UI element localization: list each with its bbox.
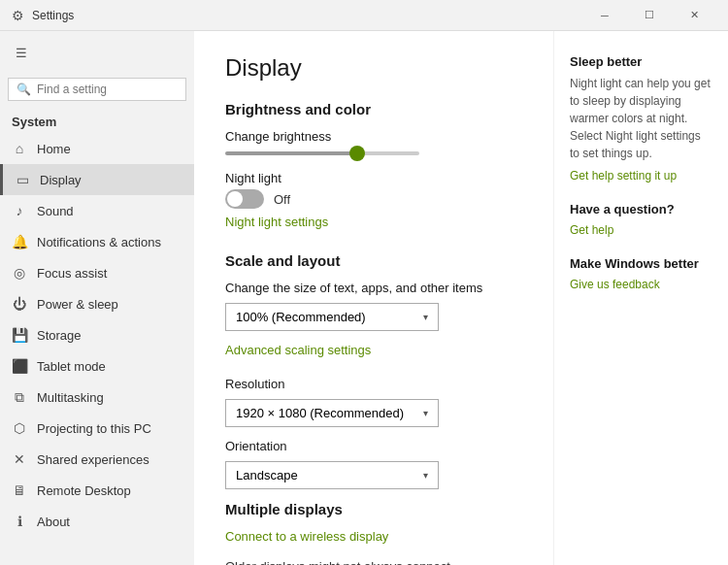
- sidebar-item-notifications-label: Notifications & actions: [37, 235, 161, 249]
- sidebar-item-shared-label: Shared experiences: [37, 452, 149, 467]
- hamburger-button[interactable]: ☰: [0, 31, 43, 74]
- minimize-button[interactable]: ─: [582, 0, 627, 31]
- night-light-toggle-row: Off: [225, 189, 522, 209]
- search-box[interactable]: 🔍: [8, 78, 186, 101]
- resolution-value: 1920 × 1080 (Recommended): [236, 406, 404, 420]
- sidebar-item-multitasking[interactable]: ⧉ Multitasking: [0, 382, 194, 413]
- sidebar-item-tablet-label: Tablet mode: [37, 359, 106, 374]
- night-light-toggle[interactable]: [225, 189, 264, 209]
- about-icon: ℹ: [12, 514, 27, 529]
- storage-icon: 💾: [12, 327, 27, 343]
- sleep-link[interactable]: Get help setting it up: [570, 169, 677, 183]
- older-displays-desc: Older displays might not always connect …: [225, 559, 522, 565]
- home-icon: ⌂: [12, 141, 27, 156]
- orientation-dropdown[interactable]: Landscape ▾: [225, 461, 439, 489]
- resolution-label: Resolution: [225, 377, 522, 391]
- sidebar-item-home-label: Home: [37, 142, 71, 156]
- question-link[interactable]: Get help: [570, 223, 613, 237]
- night-light-label: Night light: [225, 171, 281, 185]
- night-light-row: Night light: [225, 171, 522, 185]
- scale-dropdown[interactable]: 100% (Recommended) ▾: [225, 303, 439, 331]
- power-icon: ⏻: [12, 296, 27, 312]
- sidebar-item-storage-label: Storage: [37, 328, 82, 343]
- page-title: Display: [225, 54, 522, 82]
- sidebar-item-remote[interactable]: 🖥 Remote Desktop: [0, 475, 194, 506]
- search-icon: 🔍: [17, 83, 31, 96]
- scale-dropdown-arrow: ▾: [423, 312, 428, 322]
- right-panel: Sleep better Night light can help you ge…: [553, 31, 728, 565]
- sidebar-item-focus-label: Focus assist: [37, 266, 107, 281]
- sidebar-item-display-label: Display: [40, 173, 82, 187]
- tablet-icon: ⬛: [12, 358, 27, 374]
- titlebar: ⚙ Settings ─ ☐ ✕: [0, 0, 728, 31]
- orientation-value: Landscape: [236, 468, 298, 482]
- sidebar-item-sound[interactable]: ♪ Sound: [0, 195, 194, 226]
- sleep-desc: Night light can help you get to sleep by…: [570, 75, 712, 162]
- sidebar-item-power-label: Power & sleep: [37, 297, 118, 312]
- sidebar-item-about-label: About: [37, 515, 70, 529]
- sidebar-item-about[interactable]: ℹ About: [0, 506, 194, 537]
- titlebar-left: ⚙ Settings: [12, 8, 74, 23]
- shared-icon: ✕: [12, 451, 27, 467]
- close-button[interactable]: ✕: [672, 0, 716, 31]
- toggle-thumb: [227, 191, 243, 207]
- windows-title: Make Windows better: [570, 256, 712, 271]
- sleep-title: Sleep better: [570, 54, 712, 69]
- resolution-dropdown[interactable]: 1920 × 1080 (Recommended) ▾: [225, 399, 439, 427]
- sidebar-item-shared[interactable]: ✕ Shared experiences: [0, 444, 194, 475]
- brightness-slider[interactable]: [225, 151, 419, 155]
- brightness-heading: Brightness and color: [225, 101, 522, 117]
- connect-wireless-link[interactable]: Connect to a wireless display: [225, 529, 388, 544]
- projecting-icon: ⬡: [12, 420, 27, 436]
- brightness-slider-container: [225, 151, 522, 155]
- sidebar-item-storage[interactable]: 💾 Storage: [0, 319, 194, 350]
- sidebar-item-power[interactable]: ⏻ Power & sleep: [0, 288, 194, 319]
- remote-icon: 🖥: [12, 482, 27, 498]
- focus-icon: ◎: [12, 265, 27, 281]
- brightness-thumb[interactable]: [349, 146, 365, 161]
- main-content: Display Brightness and color Change brig…: [194, 31, 553, 565]
- sound-icon: ♪: [12, 203, 27, 218]
- notifications-icon: 🔔: [12, 234, 27, 249]
- sidebar-item-display[interactable]: ▭ Display: [0, 164, 194, 195]
- sidebar-item-remote-label: Remote Desktop: [37, 483, 131, 498]
- titlebar-controls: ─ ☐ ✕: [582, 0, 716, 31]
- orientation-label: Orientation: [225, 439, 522, 453]
- maximize-button[interactable]: ☐: [627, 0, 672, 31]
- search-input[interactable]: [37, 83, 182, 96]
- sidebar-item-multitasking-label: Multitasking: [37, 390, 104, 405]
- question-title: Have a question?: [570, 202, 712, 216]
- system-section-label: System: [0, 109, 194, 133]
- orientation-dropdown-arrow: ▾: [423, 470, 428, 481]
- scale-label: Change the size of text, apps, and other…: [225, 281, 522, 295]
- night-light-settings-link[interactable]: Night light settings: [225, 215, 328, 229]
- scale-layout-heading: Scale and layout: [225, 252, 522, 269]
- windows-link[interactable]: Give us feedback: [570, 278, 660, 291]
- change-brightness-label: Change brightness: [225, 129, 522, 144]
- multitasking-icon: ⧉: [12, 389, 27, 405]
- sidebar-item-focus[interactable]: ◎ Focus assist: [0, 257, 194, 288]
- resolution-dropdown-arrow: ▾: [423, 408, 428, 418]
- sidebar: ☰ 🔍 System ⌂ Home ▭ Display ♪ Sound 🔔 No…: [0, 31, 194, 565]
- sidebar-item-sound-label: Sound: [37, 204, 74, 218]
- sidebar-item-projecting[interactable]: ⬡ Projecting to this PC: [0, 413, 194, 444]
- sidebar-item-notifications[interactable]: 🔔 Notifications & actions: [0, 226, 194, 257]
- sidebar-item-projecting-label: Projecting to this PC: [37, 421, 151, 436]
- night-light-state: Off: [274, 192, 290, 207]
- sidebar-item-tablet[interactable]: ⬛ Tablet mode: [0, 350, 194, 382]
- sidebar-item-home[interactable]: ⌂ Home: [0, 133, 194, 164]
- app-container: ☰ 🔍 System ⌂ Home ▭ Display ♪ Sound 🔔 No…: [0, 31, 728, 565]
- titlebar-title: Settings: [32, 9, 74, 22]
- scale-value: 100% (Recommended): [236, 310, 366, 324]
- advanced-scaling-link[interactable]: Advanced scaling settings: [225, 343, 371, 357]
- display-icon: ▭: [15, 172, 30, 187]
- settings-app-icon: ⚙: [12, 8, 24, 23]
- multiple-displays-heading: Multiple displays: [225, 501, 522, 517]
